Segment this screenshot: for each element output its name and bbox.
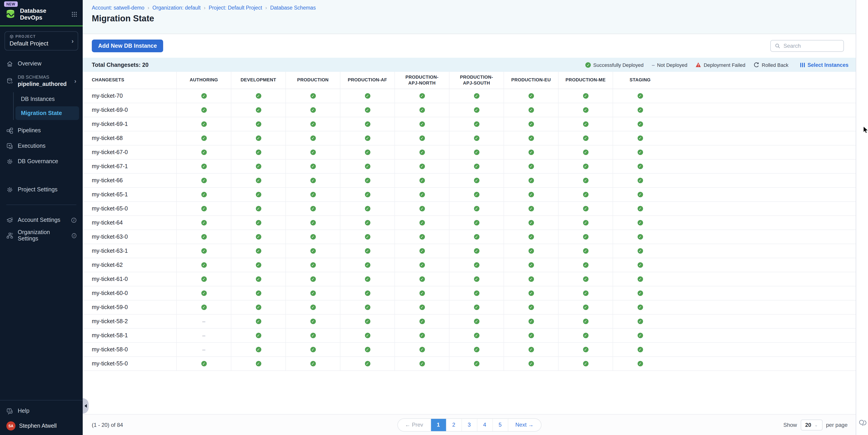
sidebar-item-account-settings[interactable]: Account Settings i — [0, 212, 83, 228]
status-cell[interactable]: ✓ — [395, 258, 449, 272]
status-cell[interactable]: ✓ — [285, 188, 340, 201]
status-cell[interactable]: ✓ — [558, 272, 613, 286]
status-cell[interactable]: ✓ — [340, 272, 395, 286]
changeset-name[interactable]: my-ticket-58-1 — [83, 329, 176, 342]
changeset-name[interactable]: my-ticket-59-0 — [83, 301, 176, 314]
status-cell[interactable]: ✓ — [340, 146, 395, 159]
status-cell[interactable]: ✓ — [285, 117, 340, 131]
status-cell[interactable]: ✓ — [503, 160, 558, 173]
sidebar-item-executions[interactable]: Executions — [0, 138, 83, 154]
status-cell[interactable]: ✓ — [340, 357, 395, 370]
status-cell[interactable]: ✓ — [613, 202, 667, 215]
status-cell[interactable]: ✓ — [449, 146, 503, 159]
status-cell[interactable]: ✓ — [285, 131, 340, 145]
status-cell[interactable]: – — [176, 315, 231, 328]
sidebar-item-db-schemas[interactable]: DB SCHEMAS pipeline_authored › — [0, 71, 83, 90]
info-icon[interactable]: i — [71, 218, 76, 222]
status-cell[interactable]: ✓ — [176, 89, 231, 103]
status-cell[interactable]: ✓ — [231, 146, 285, 159]
page-button-2[interactable]: 2 — [446, 418, 461, 431]
status-cell[interactable]: ✓ — [231, 188, 285, 201]
changeset-name[interactable]: my-ticket-64 — [83, 216, 176, 229]
status-cell[interactable]: ✓ — [558, 131, 613, 145]
status-cell[interactable]: ✓ — [231, 131, 285, 145]
status-cell[interactable]: ✓ — [395, 230, 449, 244]
search-box[interactable] — [770, 40, 844, 52]
status-cell[interactable]: ✓ — [395, 89, 449, 103]
status-cell[interactable]: ✓ — [503, 301, 558, 314]
status-cell[interactable]: ✓ — [285, 329, 340, 342]
status-cell[interactable]: ✓ — [613, 244, 667, 258]
changeset-name[interactable]: my-ticket-70 — [83, 89, 176, 103]
status-cell[interactable]: ✓ — [340, 343, 395, 356]
status-cell[interactable]: ✓ — [231, 357, 285, 370]
sidebar-item-overview[interactable]: Overview — [0, 56, 83, 71]
status-cell[interactable]: ✓ — [340, 258, 395, 272]
prev-page-button[interactable]: ← Prev — [398, 418, 430, 431]
status-cell[interactable]: ✓ — [176, 146, 231, 159]
status-cell[interactable]: ✓ — [613, 174, 667, 187]
status-cell[interactable]: ✓ — [176, 103, 231, 117]
changeset-name[interactable]: my-ticket-63-0 — [83, 230, 176, 244]
status-cell[interactable]: ✓ — [176, 286, 231, 300]
changeset-name[interactable]: my-ticket-55-0 — [83, 357, 176, 370]
status-cell[interactable]: ✓ — [503, 343, 558, 356]
status-cell[interactable]: ✓ — [503, 146, 558, 159]
status-cell[interactable]: ✓ — [285, 216, 340, 229]
status-cell[interactable]: ✓ — [395, 188, 449, 201]
user-menu[interactable]: SA Stephen Atwell — [0, 418, 83, 431]
status-cell[interactable]: ✓ — [340, 301, 395, 314]
status-cell[interactable]: ✓ — [231, 258, 285, 272]
status-cell[interactable]: ✓ — [340, 160, 395, 173]
changeset-name[interactable]: my-ticket-69-0 — [83, 103, 176, 117]
page-button-4[interactable]: 4 — [477, 418, 492, 431]
status-cell[interactable]: ✓ — [176, 188, 231, 201]
status-cell[interactable]: ✓ — [231, 272, 285, 286]
status-cell[interactable]: ✓ — [231, 286, 285, 300]
status-cell[interactable]: ✓ — [395, 174, 449, 187]
status-cell[interactable]: ✓ — [285, 89, 340, 103]
status-cell[interactable]: ✓ — [176, 174, 231, 187]
status-cell[interactable]: ✓ — [503, 272, 558, 286]
status-cell[interactable]: ✓ — [285, 244, 340, 258]
status-cell[interactable]: ✓ — [558, 202, 613, 215]
status-cell[interactable]: ✓ — [340, 117, 395, 131]
status-cell[interactable]: ✓ — [613, 146, 667, 159]
status-cell[interactable]: ✓ — [613, 103, 667, 117]
status-cell[interactable]: ✓ — [395, 216, 449, 229]
status-cell[interactable]: ✓ — [613, 272, 667, 286]
page-button-1[interactable]: 1 — [430, 418, 446, 431]
status-cell[interactable]: ✓ — [285, 103, 340, 117]
search-input[interactable] — [783, 43, 839, 49]
status-cell[interactable]: ✓ — [231, 202, 285, 215]
status-cell[interactable]: ✓ — [558, 357, 613, 370]
status-cell[interactable]: ✓ — [503, 89, 558, 103]
status-cell[interactable]: ✓ — [340, 216, 395, 229]
status-cell[interactable]: ✓ — [449, 272, 503, 286]
status-cell[interactable]: ✓ — [285, 146, 340, 159]
status-cell[interactable]: ✓ — [340, 202, 395, 215]
status-cell[interactable]: ✓ — [613, 315, 667, 328]
status-cell[interactable]: ✓ — [285, 301, 340, 314]
status-cell[interactable]: ✓ — [503, 131, 558, 145]
changeset-name[interactable]: my-ticket-63-1 — [83, 244, 176, 258]
status-cell[interactable]: ✓ — [340, 103, 395, 117]
status-cell[interactable]: ✓ — [613, 301, 667, 314]
status-cell[interactable]: ✓ — [613, 117, 667, 131]
status-cell[interactable]: ✓ — [231, 244, 285, 258]
page-button-5[interactable]: 5 — [492, 418, 507, 431]
status-cell[interactable]: ✓ — [503, 216, 558, 229]
project-selector[interactable]: PROJECT Default Project › — [4, 31, 78, 51]
status-cell[interactable]: ✓ — [503, 286, 558, 300]
status-cell[interactable]: ✓ — [231, 103, 285, 117]
status-cell[interactable]: ✓ — [176, 301, 231, 314]
status-cell[interactable]: ✓ — [449, 131, 503, 145]
status-cell[interactable]: ✓ — [231, 315, 285, 328]
status-cell[interactable]: ✓ — [340, 131, 395, 145]
changeset-name[interactable]: my-ticket-62 — [83, 258, 176, 272]
status-cell[interactable]: ✓ — [395, 315, 449, 328]
status-cell[interactable]: ✓ — [231, 343, 285, 356]
status-cell[interactable]: ✓ — [395, 146, 449, 159]
status-cell[interactable]: ✓ — [176, 117, 231, 131]
add-new-db-instance-button[interactable]: Add New DB Instance — [92, 39, 163, 52]
